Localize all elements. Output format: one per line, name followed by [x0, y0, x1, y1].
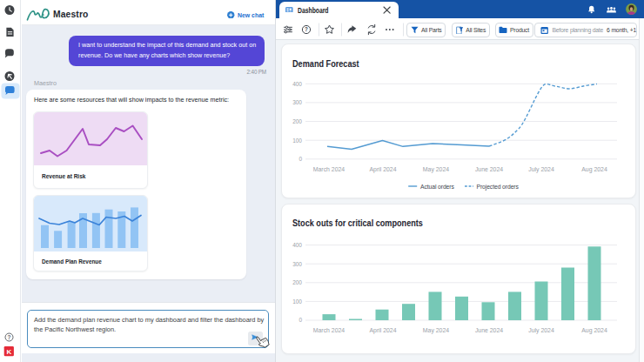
svg-text:Aug 2024: Aug 2024	[581, 327, 607, 334]
svg-text:March 2024: March 2024	[313, 327, 345, 333]
svg-text:July 2024: July 2024	[528, 327, 554, 334]
svg-text:July 2024: July 2024	[528, 166, 554, 173]
svg-text:March 2024: March 2024	[313, 166, 345, 172]
svg-text:April 2024: April 2024	[369, 327, 396, 334]
svg-text:100: 100	[292, 137, 302, 144]
svg-text:May 2024: May 2024	[423, 327, 449, 334]
svg-text:April 2024: April 2024	[369, 166, 396, 173]
svg-text:June 2024: June 2024	[475, 327, 503, 333]
svg-text:June 2024: June 2024	[475, 166, 503, 172]
svg-text:?: ?	[305, 26, 308, 32]
svg-text:200: 200	[292, 279, 302, 285]
svg-text:Projected orders: Projected orders	[477, 184, 520, 191]
svg-text:0: 0	[299, 317, 302, 323]
svg-text:300: 300	[292, 261, 302, 267]
svg-text:?: ?	[8, 334, 11, 340]
svg-text:100: 100	[292, 298, 302, 305]
svg-text:Aug 2024: Aug 2024	[581, 166, 607, 173]
svg-text:May 2024: May 2024	[423, 166, 449, 173]
svg-text:Actual orders: Actual orders	[420, 184, 454, 190]
svg-text:400: 400	[292, 81, 302, 87]
svg-text:K: K	[6, 348, 11, 356]
svg-text:400: 400	[292, 242, 302, 248]
svg-text:200: 200	[292, 118, 302, 124]
svg-text:300: 300	[292, 99, 302, 105]
svg-text:0: 0	[299, 156, 302, 162]
